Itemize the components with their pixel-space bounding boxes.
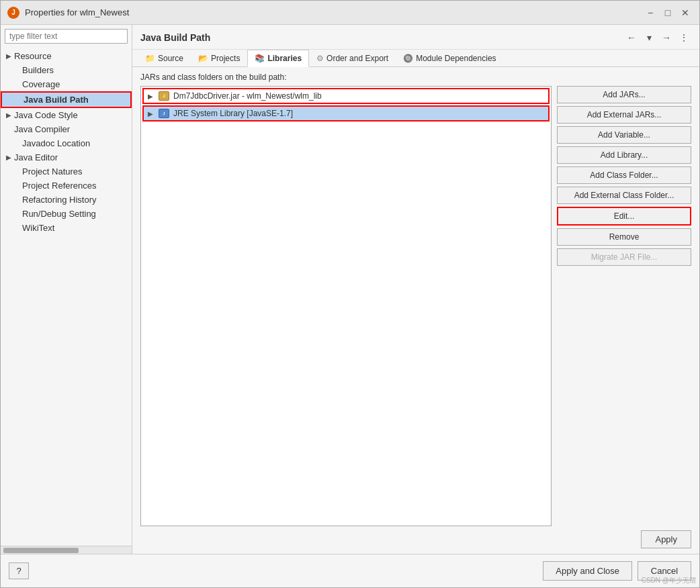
sidebar: ▶ Resource Builders Coverage Java Build … (1, 25, 132, 554)
sidebar-item-javadoc-location[interactable]: Javadoc Location (1, 136, 132, 150)
back-button[interactable]: ← (624, 30, 639, 45)
sidebar-item-label: Run/Debug Setting (22, 209, 96, 219)
sidebar-item-coverage[interactable]: Coverage (1, 77, 132, 91)
chevron-right-icon: ▶ (6, 154, 11, 161)
apply-button[interactable]: Apply (641, 530, 691, 548)
tab-label: Projects (211, 54, 240, 63)
sidebar-item-label: Refactoring History (22, 195, 97, 205)
build-path-list[interactable]: ▶ J Dm7JdbcDriver.jar - wlm_Newest/wlm_l… (140, 86, 552, 526)
tab-libraries[interactable]: 📚 Libraries (247, 50, 309, 67)
tab-label: Source (158, 54, 183, 63)
maximize-button[interactable]: □ (660, 5, 675, 20)
list-item-jre[interactable]: ▶ J JRE System Library [JavaSE-1.7] (142, 105, 550, 121)
content-split: ▶ J Dm7JdbcDriver.jar - wlm_Newest/wlm_l… (140, 86, 691, 526)
sidebar-item-java-build-path[interactable]: Java Build Path (1, 91, 132, 108)
sidebar-item-run-debug-setting[interactable]: Run/Debug Setting (1, 207, 132, 221)
app-icon: J (7, 7, 19, 19)
main-content: Java Build Path ← ▾ → ⋮ 📁 Source 📂 Proje… (132, 25, 699, 554)
libraries-tab-icon: 📚 (255, 54, 265, 63)
tab-label: Module Dependencies (416, 54, 496, 63)
main-header: Java Build Path ← ▾ → ⋮ (132, 25, 699, 50)
sidebar-item-label: Resource (14, 51, 52, 61)
sidebar-item-java-compiler[interactable]: ▶ Java Compiler (1, 122, 132, 136)
list-item-dm7jdbc[interactable]: ▶ J Dm7JdbcDriver.jar - wlm_Newest/wlm_l… (142, 88, 550, 104)
buttons-panel: Add JARs... Add External JARs... Add Var… (557, 86, 691, 526)
sidebar-item-label: Java Build Path (24, 95, 89, 105)
add-external-jars-button[interactable]: Add External JARs... (557, 106, 691, 124)
chevron-right-icon: ▶ (6, 52, 11, 60)
sidebar-item-label: WikiText (22, 223, 54, 233)
sidebar-item-wikitext[interactable]: WikiText (1, 221, 132, 235)
sidebar-item-label: Java Code Style (14, 110, 78, 120)
window-controls: − □ ✕ (643, 5, 693, 20)
dialog-body: ▶ Resource Builders Coverage Java Build … (1, 25, 699, 554)
footer-left: ? (9, 562, 29, 579)
minimize-button[interactable]: − (643, 5, 658, 20)
tab-source[interactable]: 📁 Source (138, 50, 191, 67)
sidebar-item-project-references[interactable]: Project References (1, 179, 132, 193)
sidebar-item-refactoring-history[interactable]: Refactoring History (1, 193, 132, 207)
sidebar-item-label: Javadoc Location (22, 138, 90, 148)
dropdown-button[interactable]: ▾ (642, 30, 656, 45)
tab-label: Order and Export (326, 54, 388, 63)
sidebar-item-resource[interactable]: ▶ Resource (1, 49, 132, 63)
close-button[interactable]: ✕ (678, 5, 693, 20)
help-button[interactable]: ? (9, 562, 29, 579)
jar-icon: J (159, 91, 169, 101)
edit-button[interactable]: Edit... (557, 207, 691, 226)
expand-icon: ▶ (148, 110, 153, 117)
tabs-bar: 📁 Source 📂 Projects 📚 Libraries ⚙ Order … (132, 50, 699, 67)
migrate-jar-button[interactable]: Migrate JAR File... (557, 248, 691, 266)
source-tab-icon: 📁 (145, 54, 155, 63)
tab-label: Libraries (267, 54, 302, 63)
filter-input[interactable] (5, 29, 128, 44)
properties-dialog: J Properties for wlm_Newest − □ ✕ ▶ Reso… (0, 0, 700, 588)
sidebar-scrollbar-thumb[interactable] (3, 548, 79, 553)
tab-projects[interactable]: 📂 Projects (191, 50, 247, 67)
tab-order-export[interactable]: ⚙ Order and Export (309, 50, 396, 67)
sidebar-item-project-natures[interactable]: Project Natures (1, 164, 132, 179)
main-title: Java Build Path (140, 32, 210, 43)
projects-tab-icon: 📂 (198, 54, 208, 63)
toolbar-icons: ← ▾ → ⋮ (624, 30, 691, 45)
list-item-label: JRE System Library [JavaSE-1.7] (173, 109, 293, 118)
sidebar-item-builders[interactable]: Builders (1, 63, 132, 77)
title-bar-left: J Properties for wlm_Newest (7, 7, 129, 19)
sidebar-item-label: Project Natures (22, 166, 83, 177)
forward-button[interactable]: → (659, 30, 674, 45)
chevron-right-icon: ▶ (6, 111, 11, 119)
sidebar-item-label: Builders (22, 65, 54, 75)
dialog-footer: ? Apply and Close Cancel (1, 554, 699, 587)
sidebar-item-java-editor[interactable]: ▶ Java Editor (1, 150, 132, 164)
add-variable-button[interactable]: Add Variable... (557, 126, 691, 144)
list-item-label: Dm7JdbcDriver.jar - wlm_Newest/wlm_lib (173, 91, 322, 101)
jre-icon: J (159, 109, 169, 118)
expand-icon: ▶ (148, 93, 153, 100)
add-class-folder-button[interactable]: Add Class Folder... (557, 166, 691, 184)
add-external-class-folder-button[interactable]: Add External Class Folder... (557, 187, 691, 204)
apply-and-close-button[interactable]: Apply and Close (543, 561, 632, 581)
sidebar-item-java-code-style[interactable]: ▶ Java Code Style (1, 108, 132, 122)
sidebar-item-label: Java Editor (14, 152, 58, 162)
remove-button[interactable]: Remove (557, 228, 691, 246)
title-bar: J Properties for wlm_Newest − □ ✕ (1, 1, 699, 25)
sidebar-item-label: Project References (22, 181, 97, 191)
sidebar-item-label: Java Compiler (14, 124, 70, 134)
watermark: CSDN @年少无谓 (642, 576, 696, 585)
tab-module-dependencies[interactable]: 🔘 Module Dependencies (396, 50, 503, 67)
sidebar-bottom-bar (1, 546, 132, 554)
menu-button[interactable]: ⋮ (676, 30, 691, 45)
dialog-title: Properties for wlm_Newest (25, 7, 129, 17)
content-area: JARs and class folders on the build path… (132, 67, 699, 554)
module-tab-icon: 🔘 (403, 54, 413, 63)
order-tab-icon: ⚙ (316, 54, 324, 63)
sidebar-list: ▶ Resource Builders Coverage Java Build … (1, 48, 132, 546)
content-description: JARs and class folders on the build path… (140, 72, 691, 82)
add-library-button[interactable]: Add Library... (557, 146, 691, 164)
add-jars-button[interactable]: Add JARs... (557, 86, 691, 103)
sidebar-item-label: Coverage (22, 79, 60, 89)
apply-area: Apply (140, 526, 691, 548)
